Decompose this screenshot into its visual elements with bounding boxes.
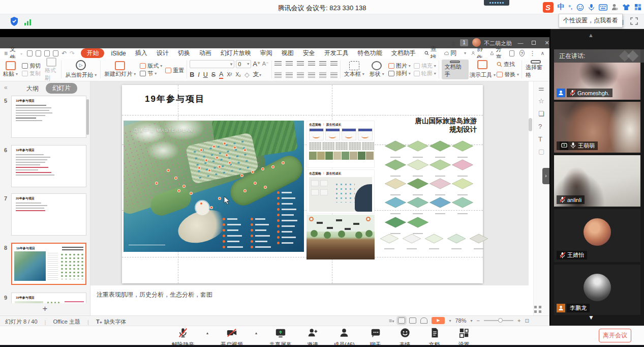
shape-button[interactable]: 形状▾ — [369, 61, 385, 78]
canvas-scrollbar[interactable] — [529, 118, 532, 131]
zoom-in-button[interactable]: + — [517, 317, 520, 324]
align-center-icon[interactable] — [286, 72, 293, 78]
arrange-button[interactable]: 排列▾ — [388, 70, 411, 77]
slide-thumbnail-8[interactable]: 19年参与项目 — [11, 243, 86, 285]
meeting-tool-docs[interactable]: 文档 — [426, 327, 443, 347]
keyboard-icon[interactable] — [599, 4, 607, 11]
tab-slides[interactable]: 幻灯片 — [46, 83, 77, 94]
font-size-combo[interactable]: 0▾ — [236, 60, 251, 68]
format-painter-button[interactable]: 格式刷 — [44, 57, 58, 82]
signal-icon[interactable] — [24, 18, 32, 27]
properties-icon[interactable]: ⚌ — [538, 84, 544, 92]
sorter-view-icon[interactable] — [409, 317, 416, 324]
participant-tile[interactable]: anlinli — [554, 155, 640, 207]
zoom-slider[interactable] — [484, 320, 513, 321]
shield-icon[interactable] — [10, 17, 18, 28]
clear-format-button[interactable]: ◇ — [244, 71, 250, 78]
present-tools-button[interactable]: 演示工具▾ — [469, 60, 497, 79]
masterplan-map[interactable]: 总体平面 MASTERPLAN — [124, 121, 304, 252]
smiley-icon[interactable] — [576, 4, 584, 11]
columns-icon[interactable] — [330, 61, 338, 67]
menu-item-5[interactable]: 切换 — [173, 49, 195, 57]
textbox-button[interactable]: 文本框▾ — [343, 61, 365, 78]
reading-view-icon[interactable] — [420, 317, 427, 324]
cut-button[interactable]: 剪切 — [22, 62, 41, 70]
share-indicator-pill[interactable] — [484, 0, 509, 6]
strike-button[interactable]: S — [211, 71, 216, 78]
output-icon[interactable] — [36, 50, 41, 56]
menu-item-4[interactable]: 设计 — [152, 49, 173, 57]
ime-lang-toggle[interactable]: 中 — [558, 3, 565, 12]
reset-button[interactable]: 重置 — [165, 67, 184, 74]
window-mode-icon[interactable] — [509, 50, 514, 56]
collapse-panel-icon[interactable]: « — [4, 84, 8, 91]
layout-button[interactable]: 版式▾ — [140, 62, 162, 70]
animation-pane-icon[interactable]: ❏ — [538, 110, 544, 118]
font-increase-button[interactable]: A⁺ — [253, 60, 261, 68]
wps-user-name[interactable]: 不二萌之助 — [484, 40, 512, 47]
ime-punct-toggle[interactable]: °, — [569, 4, 572, 10]
object-3d-icon[interactable]: ▢ — [538, 148, 544, 155]
notification-badge[interactable]: 1 — [460, 39, 468, 46]
menu-item-9[interactable]: 视图 — [277, 49, 298, 57]
menu-item-7[interactable]: 幻灯片放映 — [216, 49, 256, 57]
restore-button[interactable] — [528, 37, 540, 48]
selection-pane-button[interactable]: 选择窗格 — [525, 60, 547, 79]
menu-item-13[interactable]: 文档助手 — [387, 49, 420, 57]
ribbon-find-button[interactable]: 查找 — [497, 61, 519, 68]
menu-item-12[interactable]: 特色功能 — [353, 49, 387, 57]
menu-item-11[interactable]: 开发工具 — [320, 49, 353, 57]
menu-item-3[interactable]: 插入 — [131, 49, 152, 57]
bullet-list-icon[interactable] — [274, 61, 282, 67]
slide-right-title[interactable]: 唐山国际旅游岛旅游规划设计 — [379, 117, 477, 134]
new-slide-button[interactable]: 新建幻灯片▾ — [103, 61, 137, 78]
menu-item-2[interactable]: iSlide — [106, 50, 130, 57]
replace-button[interactable]: 替换▾ — [497, 71, 519, 78]
indent-decrease-icon[interactable] — [297, 61, 304, 67]
participant-tile[interactable]: 王萌萌 — [554, 102, 640, 153]
skin-icon[interactable] — [622, 4, 630, 11]
slide-thumbnail-7[interactable]: 20年参与项目 — [11, 193, 86, 236]
font-color-button[interactable]: A — [219, 71, 223, 79]
save-icon[interactable] — [27, 50, 33, 56]
leave-meeting-button[interactable]: 离开会议 — [599, 329, 631, 342]
menu-item-6[interactable]: 动画 — [195, 49, 216, 57]
menu-item-8[interactable]: 审阅 — [256, 49, 277, 57]
indent-increase-icon[interactable] — [308, 61, 315, 67]
copy-button[interactable]: 复制 — [22, 70, 41, 77]
meeting-tool-settings[interactable]: 设置 — [455, 327, 473, 347]
wps-user-avatar[interactable] — [472, 38, 481, 47]
help-icon[interactable]: ? — [519, 50, 525, 56]
picture-button[interactable]: 图片▾ — [388, 62, 411, 70]
text-direction-icon[interactable] — [330, 72, 338, 78]
slide-thumbnail-5[interactable]: 19年参与项目 — [11, 96, 86, 138]
theme-name[interactable]: Office 主题 — [53, 318, 80, 326]
fit-slide-icon[interactable]: ⊡ — [525, 318, 529, 324]
caret-icon[interactable]: ▴ — [255, 331, 257, 335]
meeting-tool-chat[interactable]: 聊天 — [367, 327, 384, 347]
text-tool-button[interactable]: 支▾ — [253, 70, 262, 79]
effects-icon[interactable]: ☆ — [538, 97, 544, 105]
number-list-icon[interactable] — [286, 61, 293, 67]
tab-outline[interactable]: 大纲 — [26, 84, 39, 93]
underline-button[interactable]: U — [203, 71, 208, 78]
font-decrease-button[interactable]: A⁻ — [262, 61, 269, 67]
meeting-tool-emoji[interactable]: 表情 — [396, 327, 414, 347]
meeting-tool-invite[interactable]: 邀请 — [304, 327, 321, 347]
meeting-tool-camera-muted[interactable]: 开启视频 — [221, 327, 243, 347]
participant-tile[interactable]: 李鹏龙 — [554, 265, 640, 315]
undo-icon[interactable]: ↶ — [62, 50, 67, 57]
sogou-logo-icon[interactable]: S — [543, 2, 554, 13]
paste-button[interactable]: 粘贴▾ — [2, 61, 19, 78]
slideshow-button[interactable]: ▶ — [432, 317, 445, 324]
expand-sidebar-tab[interactable]: › — [542, 168, 549, 184]
zoom-level[interactable]: 78% — [455, 317, 466, 324]
scroll-down-icon[interactable]: ▼ — [588, 314, 594, 321]
menu-item-1[interactable]: 开始 — [81, 48, 104, 58]
scroll-up-icon[interactable]: ▲ — [588, 32, 594, 38]
fill-button[interactable]: 填充▾ — [414, 62, 436, 70]
line-spacing-icon[interactable] — [319, 61, 326, 67]
redo-icon[interactable]: ↷ — [70, 50, 75, 57]
preview-icon[interactable] — [53, 50, 58, 56]
meeting-tool-mic-muted[interactable]: 解除静音 — [172, 327, 194, 347]
